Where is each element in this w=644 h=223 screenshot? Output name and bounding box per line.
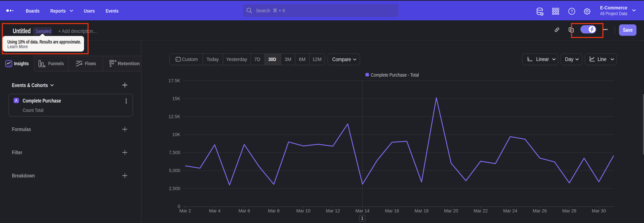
svg-text:10K: 10K xyxy=(172,132,180,137)
svg-text:Mar 10: Mar 10 xyxy=(296,208,310,213)
svg-text:Mar 24: Mar 24 xyxy=(503,208,517,213)
svg-text:5,000: 5,000 xyxy=(169,168,180,173)
svg-text:Mar 2: Mar 2 xyxy=(179,208,191,213)
svg-text:7,500: 7,500 xyxy=(169,150,180,155)
svg-text:Mar 4: Mar 4 xyxy=(209,208,220,213)
svg-text:Mar 14: Mar 14 xyxy=(355,208,370,213)
svg-text:Mar 18: Mar 18 xyxy=(414,208,429,213)
svg-text:Mar 6: Mar 6 xyxy=(238,208,250,213)
svg-text:Mar 8: Mar 8 xyxy=(268,208,280,213)
svg-text:Mar 12: Mar 12 xyxy=(326,208,340,213)
svg-text:17.5K: 17.5K xyxy=(168,78,180,83)
svg-text:Mar 20: Mar 20 xyxy=(444,208,458,213)
svg-text:Mar 30: Mar 30 xyxy=(592,208,606,213)
svg-text:Mar 16: Mar 16 xyxy=(385,208,399,213)
svg-text:2,500: 2,500 xyxy=(169,186,180,191)
svg-text:15K: 15K xyxy=(172,96,180,101)
svg-text:Mar 22: Mar 22 xyxy=(474,208,488,213)
svg-text:?: ? xyxy=(570,9,573,14)
svg-text:Mar 26: Mar 26 xyxy=(533,208,547,213)
svg-text:12.5K: 12.5K xyxy=(168,114,180,119)
svg-text:Mar 28: Mar 28 xyxy=(562,208,576,213)
